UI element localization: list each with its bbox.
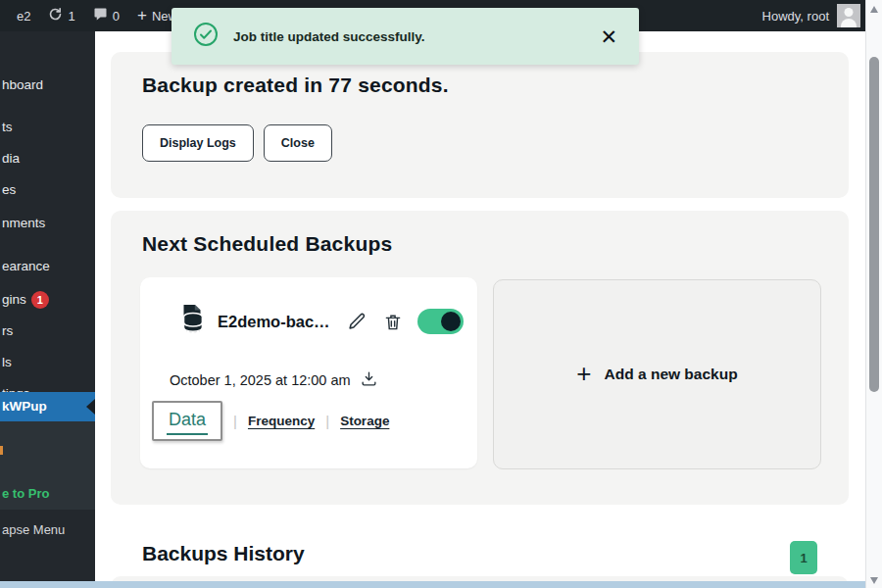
backups-history-title: Backups History [142, 542, 305, 565]
toast-message: Job title updated successfully. [233, 29, 425, 44]
howdy-label[interactable]: Howdy, root [762, 9, 829, 24]
next-run-date: October 1, 2025 at 12:00 am [170, 372, 351, 388]
next-scheduled-title: Next Scheduled Backups [142, 232, 392, 256]
backup-job-header: E2demo-bac… [175, 303, 464, 340]
window-bottom-edge [0, 581, 865, 588]
avatar-torso [841, 19, 857, 27]
page-scrollbar[interactable] [865, 0, 882, 588]
plus-icon: + [576, 361, 591, 386]
comments-count: 0 [113, 9, 120, 24]
comment-bubble-icon [93, 7, 108, 24]
tab-storage[interactable]: Storage [340, 414, 389, 428]
history-count-badge: 1 [790, 541, 817, 574]
backup-result-actions: Display Logs Close [142, 124, 332, 162]
backup-job-name: E2demo-bac… [218, 313, 330, 331]
plugins-update-badge: 1 [31, 291, 49, 309]
admin-bar-left: e2 1 0 + New [0, 0, 186, 31]
tab-separator: | [325, 413, 329, 429]
tab-frequency[interactable]: Frequency [248, 414, 315, 428]
avatar-head [845, 8, 854, 17]
backup-file-icon [175, 303, 209, 340]
sidebar-item-users[interactable]: rs [2, 323, 13, 338]
edit-job-icon[interactable] [346, 311, 368, 332]
scroll-down-arrow[interactable] [870, 577, 878, 584]
success-toast: Job title updated successfully. ✕ [172, 8, 639, 65]
updates-link[interactable]: 1 [39, 0, 83, 31]
updates-icon [48, 7, 63, 24]
next-scheduled-card: Next Scheduled Backups E2demo-bac… [111, 211, 849, 505]
scrollbar-thumb[interactable] [869, 57, 879, 392]
job-tabs: Data | Frequency | Storage [152, 401, 389, 441]
admin-bar-right: Howdy, root [762, 4, 882, 27]
submenu-marker [0, 446, 3, 455]
toggle-knob [441, 312, 461, 331]
sidebar-item-comments[interactable]: nments [2, 216, 45, 230]
sidebar-item-appearance[interactable]: earance [2, 259, 50, 273]
backup-result-title: Backup created in 77 seconds. [142, 74, 449, 97]
main-content: Backup created in 77 seconds. Display Lo… [95, 31, 865, 588]
comments-link[interactable]: 0 [84, 0, 128, 31]
sidebar-item-tools[interactable]: ls [2, 355, 12, 369]
next-run-row: October 1, 2025 at 12:00 am [170, 369, 378, 391]
plugins-label: gins [2, 292, 26, 307]
active-menu-arrow [86, 399, 95, 415]
sidebar-item-collapse-menu[interactable]: apse Menu [2, 522, 65, 537]
tab-data[interactable]: Data [152, 401, 222, 441]
sidebar-item-dashboard[interactable]: hboard [2, 77, 43, 92]
sidebar-item-upgrade-to-pro[interactable]: e to Pro [2, 486, 49, 501]
add-new-backup-button[interactable]: + Add a new backup [493, 279, 821, 469]
sidebar-item-backwpup[interactable]: kWPup [0, 392, 95, 421]
sidebar-item-pages[interactable]: es [2, 182, 16, 197]
tab-separator: | [233, 413, 237, 429]
user-avatar[interactable] [837, 4, 860, 27]
add-new-backup-label: Add a new backup [605, 366, 738, 383]
wp-admin-menu: hboard ts dia es nments earance gins1 rs… [0, 31, 95, 581]
close-button[interactable]: Close [264, 124, 332, 162]
site-name-label: e2 [17, 9, 30, 24]
backup-result-card: Backup created in 77 seconds. Display Lo… [111, 52, 849, 198]
download-icon[interactable] [360, 369, 378, 391]
sidebar-item-posts[interactable]: ts [2, 120, 13, 134]
tab-data-label: Data [167, 410, 208, 435]
backup-job-card: E2demo-bac… October 1, 2025 at 12:00 am [140, 277, 477, 468]
delete-job-icon[interactable] [383, 312, 403, 332]
display-logs-button[interactable]: Display Logs [142, 124, 254, 162]
plus-icon: + [137, 7, 147, 24]
sidebar-item-plugins[interactable]: gins1 [2, 291, 49, 309]
close-icon[interactable]: ✕ [600, 26, 617, 47]
scroll-up-arrow[interactable] [870, 6, 878, 13]
sidebar-item-media[interactable]: dia [2, 151, 20, 166]
backwpup-label: kWPup [2, 399, 47, 414]
updates-count: 1 [68, 9, 74, 24]
check-circle-icon [193, 22, 219, 51]
site-name-link[interactable]: e2 [8, 0, 39, 31]
job-enabled-toggle[interactable] [417, 309, 464, 334]
